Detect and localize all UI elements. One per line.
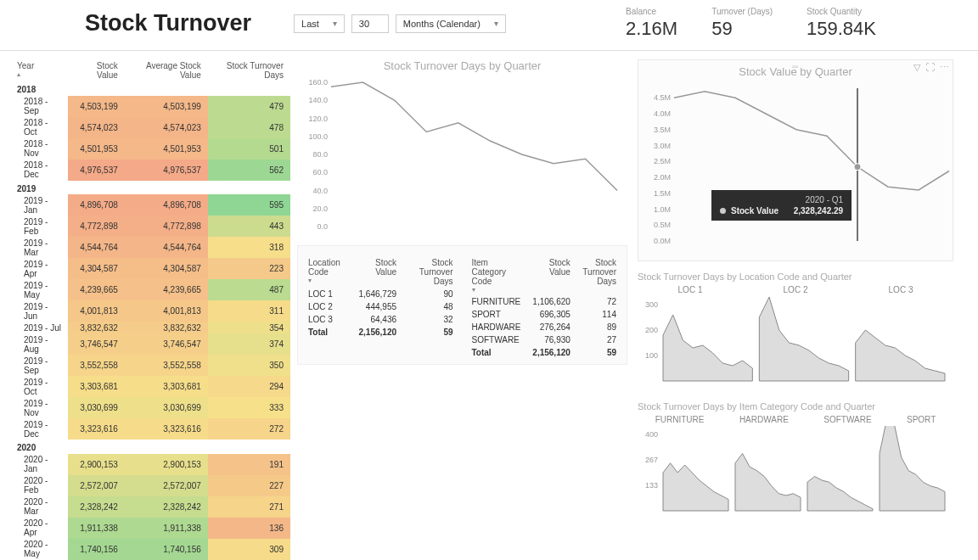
sm-loc-title: Stock Turnover Days by Location Code and… (638, 272, 953, 282)
kpi-balance-label: Balance (626, 7, 677, 16)
table-row[interactable]: 2019 - Sep 3,552,558 3,552,558 350 (10, 355, 290, 376)
turnover-chart-title: Stock Turnover Days by Quarter (297, 59, 627, 72)
col-avgstockvalue[interactable]: Average Stock Value (125, 59, 208, 81)
total-row: Total2,156,12059 (303, 326, 458, 339)
small-multiples-location[interactable]: Stock Turnover Days by Location Code and… (638, 272, 953, 393)
sm-cat-title: Stock Turnover Days by Item Category Cod… (638, 401, 953, 412)
table-row[interactable]: SOFTWARE76,93027 (467, 333, 622, 346)
stockvalue-chart-svg: 0.0M0.5M1.0M1.5M2.0M2.5M3.0M3.5M4.0M4.5M (642, 81, 956, 251)
tooltip-date: 2020 - Q1 (720, 195, 843, 204)
year-group[interactable]: 2018 (10, 81, 290, 96)
breakdown-tables: Location Code▾ Stock Value Stock Turnove… (297, 245, 627, 365)
table-row[interactable]: 2018 - Dec 4,976,537 4,976,537 562 (10, 160, 290, 181)
table-row[interactable]: 2020 - May 1,740,156 1,740,156 309 (10, 539, 290, 560)
table-row[interactable]: 2019 - May 4,239,665 4,239,665 487 (10, 279, 290, 300)
table-row[interactable]: 2019 - Jun 4,001,813 4,001,813 311 (10, 300, 290, 322)
period-unit-label: Months (Calendar) (403, 19, 481, 29)
period-count-dropdown[interactable]: 30 (351, 14, 389, 33)
table-row[interactable]: LOC 11,646,72990 (303, 288, 458, 300)
location-table-visual[interactable]: Location Code▾ Stock Value Stock Turnove… (303, 251, 458, 359)
col-stockvalue[interactable]: Stock Value (68, 59, 125, 81)
table-row[interactable]: LOC 2444,95548 (303, 300, 458, 313)
tooltip-value: 2,328,242.29 (794, 206, 843, 216)
table-row[interactable]: LOC 364,43632 (303, 313, 458, 326)
table-row[interactable]: 2018 - Sep 4,503,199 4,503,199 479 (10, 96, 290, 117)
table-row[interactable]: 2019 - Mar 4,544,764 4,544,764 318 (10, 237, 290, 258)
svg-text:0.0M: 0.0M (654, 237, 671, 245)
period-type-dropdown[interactable]: Last▾ (294, 14, 345, 33)
table-row[interactable]: 2019 - Dec 3,323,616 3,323,616 272 (10, 418, 290, 440)
table-row[interactable]: 2018 - Nov 4,501,953 4,501,953 501 (10, 138, 290, 160)
col-turnoverdays[interactable]: Stock Turnover Days (208, 59, 290, 81)
svg-text:40.0: 40.0 (312, 187, 328, 195)
svg-text:140.0: 140.0 (308, 96, 328, 104)
col-year[interactable]: Year▴ (10, 59, 68, 81)
more-options-icon[interactable]: ⋯ (940, 62, 949, 73)
small-multiples-category[interactable]: Stock Turnover Days by Item Category Cod… (638, 401, 953, 523)
table-row[interactable]: 2020 - Feb 2,572,007 2,572,007 227 (10, 475, 290, 496)
drag-handle-icon[interactable]: ═ (792, 62, 799, 71)
table-row[interactable]: 2019 - Nov 3,030,699 3,030,699 333 (10, 397, 290, 418)
svg-text:3.5M: 3.5M (654, 126, 671, 134)
year-group[interactable]: 2019 (10, 181, 290, 195)
table-row[interactable]: 2019 - Jul 3,832,632 3,832,632 354 (10, 322, 290, 333)
table-row[interactable]: 2018 - Oct 4,574,023 4,574,023 478 (10, 117, 290, 138)
kpi-turnover-label: Turnover (Days) (711, 7, 773, 16)
table-row[interactable]: 2019 - Jan 4,896,708 4,896,708 595 (10, 194, 290, 216)
svg-text:3.0M: 3.0M (654, 142, 671, 150)
svg-point-20 (854, 164, 861, 171)
col-year-label: Year (17, 61, 34, 70)
category-table-visual[interactable]: Item Category Code▾ Stock Value Stock Tu… (467, 251, 622, 359)
loc-col-code[interactable]: Location Code▾ (303, 256, 351, 288)
cat-col-code[interactable]: Item Category Code▾ (467, 256, 527, 295)
cat-col-std[interactable]: Stock Turnover Days (576, 256, 621, 295)
matrix-visual[interactable]: Year▴ Stock Value Average Stock Value St… (10, 59, 290, 560)
kpi-turnover: Turnover (Days)59 (711, 7, 773, 40)
svg-text:300: 300 (645, 300, 658, 309)
report-header: Stock Turnover Last▾ 30 Months (Calendar… (0, 0, 978, 51)
svg-text:2.5M: 2.5M (654, 157, 671, 165)
svg-text:267: 267 (645, 456, 658, 464)
svg-text:80.0: 80.0 (312, 150, 328, 159)
focus-mode-icon[interactable]: ⛶ (925, 62, 935, 73)
kpi-turnover-value: 59 (711, 18, 773, 40)
table-row[interactable]: HARDWARE276,26489 (467, 321, 622, 333)
table-row[interactable]: SPORT696,305114 (467, 308, 622, 321)
chevron-down-icon: ▾ (333, 19, 337, 28)
sort-desc-icon: ▾ (308, 277, 346, 284)
period-controls: Last▾ 30 Months (Calendar)▾ (294, 14, 506, 33)
period-unit-dropdown[interactable]: Months (Calendar)▾ (396, 14, 506, 33)
stockvalue-line-chart[interactable]: ═ ▽ ⛶ ⋯ Stock Value by Quarter 0.0M0.5M1… (638, 59, 953, 261)
loc-col-std[interactable]: Stock Turnover Days (402, 256, 458, 288)
sm-label: LOC 1 (678, 285, 703, 294)
table-row[interactable]: 2019 - Feb 4,772,898 4,772,898 443 (10, 216, 290, 237)
stock-matrix: Year▴ Stock Value Average Stock Value St… (10, 59, 290, 560)
svg-text:133: 133 (645, 481, 658, 490)
sm-loc-svg: 100200300 (638, 296, 952, 389)
table-row[interactable]: 2020 - Mar 2,328,242 2,328,242 271 (10, 496, 290, 518)
cat-col-sv[interactable]: Stock Value (527, 256, 576, 295)
table-row[interactable]: 2019 - Aug 3,746,547 3,746,547 374 (10, 333, 290, 355)
filter-icon[interactable]: ▽ (913, 62, 920, 73)
page-title: Stock Turnover (85, 10, 251, 36)
chevron-down-icon: ▾ (494, 19, 498, 28)
year-group[interactable]: 2020 (10, 440, 290, 454)
loc-col-sv[interactable]: Stock Value (351, 256, 402, 288)
period-type-label: Last (301, 19, 319, 29)
svg-text:120.0: 120.0 (308, 115, 328, 123)
svg-text:0.0: 0.0 (317, 222, 328, 231)
sm-label: HARDWARE (739, 415, 789, 424)
table-row[interactable]: 2020 - Jan 2,900,153 2,900,153 191 (10, 454, 290, 475)
turnover-chart-svg: 0.020.040.060.080.0100.0120.0140.0160.0 (297, 76, 624, 237)
table-row[interactable]: 2019 - Oct 3,303,681 3,303,681 294 (10, 376, 290, 397)
table-row[interactable]: 2019 - Apr 4,304,587 4,304,587 223 (10, 258, 290, 279)
svg-text:100.0: 100.0 (308, 132, 328, 141)
kpi-stockqty-label: Stock Quantity (807, 7, 876, 16)
svg-text:100: 100 (645, 351, 658, 360)
turnover-line-chart[interactable]: Stock Turnover Days by Quarter 0.020.040… (297, 59, 627, 237)
chart-tooltip: 2020 - Q1 Stock Value 2,328,242.29 (711, 190, 852, 221)
table-row[interactable]: FURNITURE1,106,62072 (467, 295, 622, 308)
report-body: Year▴ Stock Value Average Stock Value St… (0, 51, 978, 560)
table-row[interactable]: 2020 - Apr 1,911,338 1,911,338 136 (10, 518, 290, 539)
kpi-cards: Balance2.16M Turnover (Days)59 Stock Qua… (626, 7, 961, 40)
